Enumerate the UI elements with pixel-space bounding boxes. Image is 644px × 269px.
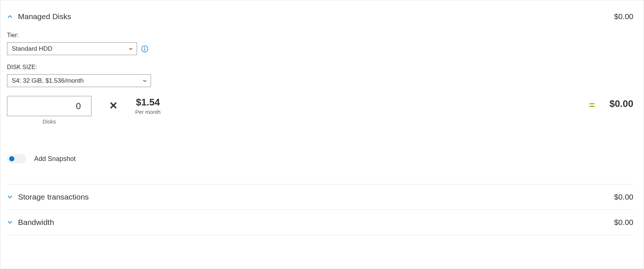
qty-block: Disks [7,96,91,125]
snapshot-toggle-row: Add Snapshot [7,154,633,173]
disk-size-label: DISK SIZE: [7,64,633,71]
pricing-panel: Managed Disks $0.00 Tier: Standard HDD D… [0,0,644,269]
section-header-managed-disks[interactable]: Managed Disks $0.00 [7,7,633,26]
section-header-bandwidth[interactable]: Bandwidth $0.00 [7,210,633,235]
unit-price-caption: Per month [135,109,161,115]
section-price: $0.00 [614,12,633,21]
section-title: Bandwidth [18,218,54,227]
tier-row: Standard HDD [7,42,633,55]
section-price: $0.00 [614,218,633,227]
svg-point-1 [144,47,145,47]
tier-label: Tier: [7,32,633,39]
unit-price: $1.54 [136,97,160,108]
section-body-managed-disks: Tier: Standard HDD DISK SIZE: S4: 32 GiB… [7,26,633,184]
section-header-left: Storage transactions [7,193,89,201]
toggle-knob [9,156,14,161]
section-price: $0.00 [614,193,633,201]
section-title: Storage transactions [18,193,89,201]
add-snapshot-toggle[interactable] [7,154,26,164]
chevron-down-icon [7,194,13,200]
chevron-down-icon [7,219,13,225]
section-header-storage-transactions[interactable]: Storage transactions $0.00 [7,184,633,209]
add-snapshot-label: Add Snapshot [34,155,76,163]
multiply-icon: ✕ [109,100,118,112]
equals-icon: = [589,100,595,111]
section-header-left: Bandwidth [7,218,54,227]
qty-caption: Disks [43,118,56,125]
disks-qty-input[interactable] [7,96,91,116]
disk-size-row: S4: 32 GiB, $1.536/month [7,74,633,87]
calc-left: Disks ✕ $1.54 Per month [7,96,161,125]
section-header-left: Managed Disks [7,12,71,21]
disk-size-select[interactable]: S4: 32 GiB, $1.536/month [7,74,151,87]
calc-row: Disks ✕ $1.54 Per month = $0.00 [7,96,633,125]
section-title: Managed Disks [18,12,71,21]
chevron-up-icon [7,14,13,19]
info-icon[interactable] [141,45,149,53]
svg-rect-2 [144,48,145,50]
divider [7,235,633,235]
line-total: $0.00 [609,98,633,110]
tier-select[interactable]: Standard HDD [7,42,137,55]
unit-price-block: $1.54 Per month [135,97,161,115]
